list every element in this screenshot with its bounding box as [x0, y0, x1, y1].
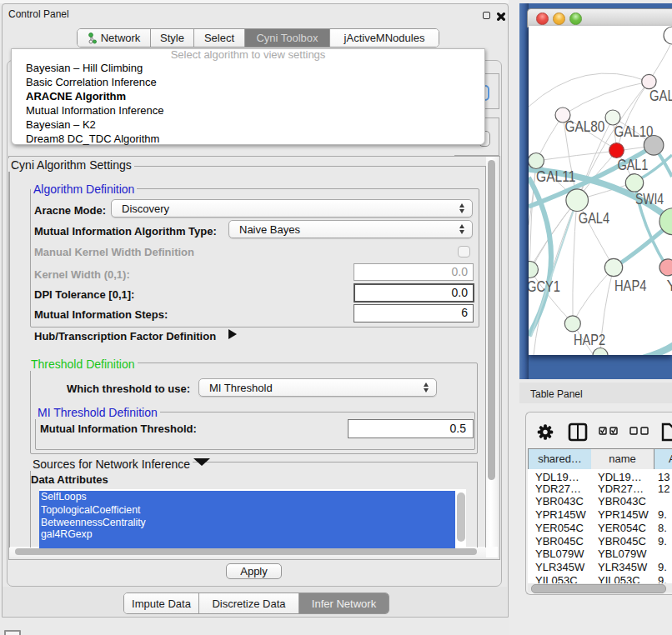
svg-text:Y: Y	[667, 277, 672, 294]
svg-text:HAP2: HAP2	[574, 331, 605, 348]
svg-text:GAL10: GAL10	[614, 122, 654, 140]
svg-text:GAL4: GAL4	[579, 209, 609, 227]
svg-text:GCY1: GCY1	[529, 278, 560, 295]
svg-text:GAL80: GAL80	[564, 118, 604, 135]
svg-text:HAP4: HAP4	[614, 277, 646, 294]
svg-text:SWI4: SWI4	[635, 190, 664, 208]
svg-text:GAL7: GAL7	[649, 87, 672, 104]
svg-text:GAL1: GAL1	[617, 156, 648, 173]
svg-text:GAL11: GAL11	[536, 168, 575, 185]
